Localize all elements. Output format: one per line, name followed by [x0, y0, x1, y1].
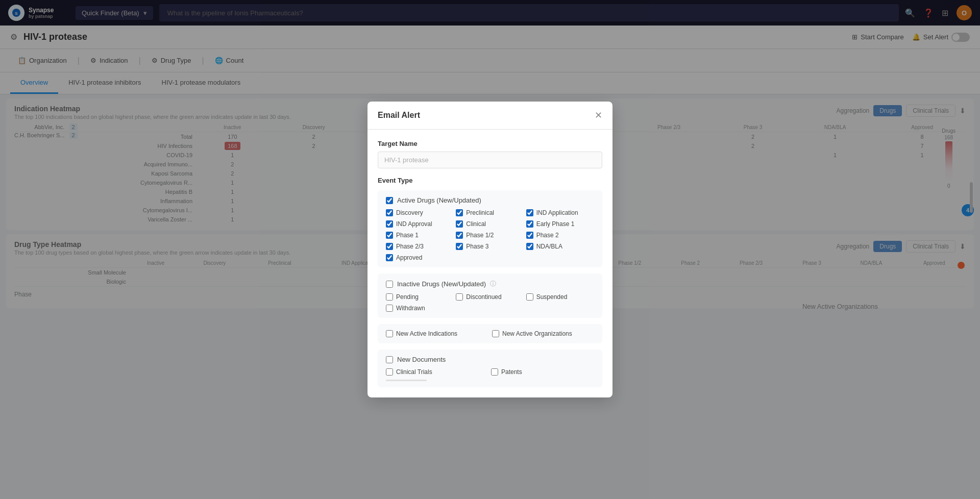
new-active-organizations-label: New Active Organizations: [502, 330, 572, 337]
active-drugs-label: Active Drugs (New/Updated): [397, 196, 481, 204]
phase2-checkbox[interactable]: [526, 232, 533, 239]
discovery-item: Discovery: [386, 209, 454, 216]
approved-item: Approved: [386, 254, 454, 261]
pending-item: Pending: [386, 293, 454, 301]
active-drugs-group: Active Drugs (New/Updated) Discovery Pre…: [378, 190, 602, 267]
modal-backdrop[interactable]: Email Alert ✕ Target Name Event Type Act…: [0, 0, 980, 499]
nda-bla-item: NDA/BLA: [526, 243, 594, 250]
discontinued-label: Discontinued: [466, 293, 501, 301]
discontinued-item: Discontinued: [456, 293, 524, 301]
active-drugs-parent: Active Drugs (New/Updated): [386, 196, 594, 204]
page-wrapper: S Synapse by patsnap Quick Finder (Beta)…: [0, 0, 980, 499]
scroll-partial-indicator: [386, 380, 427, 381]
discovery-label: Discovery: [396, 209, 423, 216]
clinical-trials-doc-checkbox[interactable]: [386, 368, 393, 376]
patents-item: Patents: [491, 368, 594, 376]
inactive-drugs-grid: Pending Discontinued Suspended: [386, 293, 594, 312]
phase1-label: Phase 1: [396, 232, 419, 239]
early-phase1-item: Early Phase 1: [526, 220, 594, 228]
new-active-organizations-item: New Active Organizations: [492, 330, 594, 337]
event-type-section: Event Type Active Drugs (New/Updated) Di…: [378, 177, 602, 387]
phase1-checkbox[interactable]: [386, 232, 393, 239]
preclinical-checkbox[interactable]: [456, 209, 463, 216]
clinical-label: Clinical: [466, 220, 486, 228]
suspended-label: Suspended: [536, 293, 568, 301]
phase3-label: Phase 3: [466, 243, 488, 250]
phase2-label: Phase 2: [536, 232, 559, 239]
new-active-indications-checkbox[interactable]: [386, 330, 393, 337]
active-drugs-checkbox[interactable]: [386, 197, 393, 204]
approved-label: Approved: [396, 254, 422, 261]
phase23-item: Phase 2/3: [386, 243, 454, 250]
preclinical-item: Preclinical: [456, 209, 524, 216]
ind-approval-checkbox[interactable]: [386, 220, 393, 228]
approved-checkbox[interactable]: [386, 254, 393, 261]
ind-approval-item: IND Approval: [386, 220, 454, 228]
ind-application-checkbox[interactable]: [526, 209, 533, 216]
nda-bla-label: NDA/BLA: [536, 243, 562, 250]
phase12-item: Phase 1/2: [456, 232, 524, 239]
new-active-group: New Active Indications New Active Organi…: [378, 324, 602, 343]
withdrawn-checkbox[interactable]: [386, 305, 393, 312]
nda-bla-checkbox[interactable]: [526, 243, 533, 250]
inactive-drugs-parent: Inactive Drugs (New/Updated) ⓘ: [386, 280, 594, 288]
preclinical-label: Preclinical: [466, 209, 494, 216]
new-active-indications-label: New Active Indications: [396, 330, 457, 337]
early-phase1-label: Early Phase 1: [536, 220, 575, 228]
new-documents-label: New Documents: [397, 356, 446, 363]
patents-checkbox[interactable]: [491, 368, 498, 376]
inactive-drugs-group: Inactive Drugs (New/Updated) ⓘ Pending D…: [378, 273, 602, 318]
phase1-item: Phase 1: [386, 232, 454, 239]
pending-checkbox[interactable]: [386, 293, 393, 301]
inactive-drugs-checkbox[interactable]: [386, 281, 393, 288]
ind-approval-label: IND Approval: [396, 220, 432, 228]
new-documents-group: New Documents Clinical Trials Patents: [378, 350, 602, 387]
suspended-item: Suspended: [526, 293, 594, 301]
discontinued-checkbox[interactable]: [456, 293, 463, 301]
email-alert-modal: Email Alert ✕ Target Name Event Type Act…: [368, 102, 612, 397]
new-active-indications-item: New Active Indications: [386, 330, 488, 337]
new-documents-parent: New Documents: [386, 356, 594, 363]
inactive-drugs-info-icon[interactable]: ⓘ: [490, 280, 496, 288]
pending-label: Pending: [396, 293, 419, 301]
clinical-trials-doc-item: Clinical Trials: [386, 368, 489, 376]
new-active-organizations-checkbox[interactable]: [492, 330, 499, 337]
clinical-trials-doc-label: Clinical Trials: [396, 368, 432, 376]
phase23-label: Phase 2/3: [396, 243, 424, 250]
ind-application-item: IND Application: [526, 209, 594, 216]
phase12-checkbox[interactable]: [456, 232, 463, 239]
withdrawn-label: Withdrawn: [396, 305, 425, 312]
phase2-item: Phase 2: [526, 232, 594, 239]
inactive-drugs-label: Inactive Drugs (New/Updated): [397, 280, 486, 288]
event-type-label: Event Type: [378, 177, 602, 184]
new-documents-checkbox[interactable]: [386, 356, 393, 363]
withdrawn-item: Withdrawn: [386, 305, 454, 312]
modal-close-button[interactable]: ✕: [595, 110, 602, 121]
patents-label: Patents: [501, 368, 522, 376]
target-name-label: Target Name: [378, 140, 602, 147]
new-documents-grid: Clinical Trials Patents: [386, 368, 594, 376]
early-phase1-checkbox[interactable]: [526, 220, 533, 228]
active-drugs-grid: Discovery Preclinical IND Application: [386, 209, 594, 261]
clinical-item: Clinical: [456, 220, 524, 228]
phase23-checkbox[interactable]: [386, 243, 393, 250]
modal-body: Target Name Event Type Active Drugs (New…: [368, 130, 612, 397]
modal-title: Email Alert: [378, 111, 420, 120]
phase3-item: Phase 3: [456, 243, 524, 250]
suspended-checkbox[interactable]: [526, 293, 533, 301]
phase12-label: Phase 1/2: [466, 232, 494, 239]
clinical-checkbox[interactable]: [456, 220, 463, 228]
phase3-checkbox[interactable]: [456, 243, 463, 250]
target-name-input[interactable]: [378, 152, 602, 168]
ind-application-label: IND Application: [536, 209, 578, 216]
modal-header: Email Alert ✕: [368, 102, 612, 130]
discovery-checkbox[interactable]: [386, 209, 393, 216]
